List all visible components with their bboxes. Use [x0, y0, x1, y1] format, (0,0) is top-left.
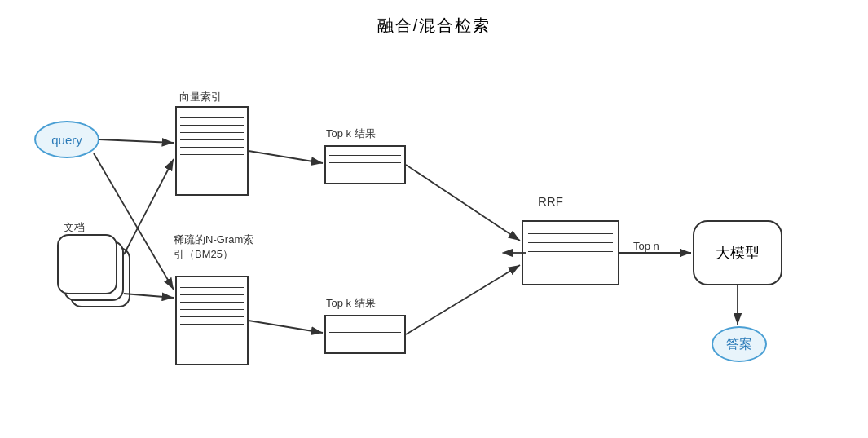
top-k-label-2: Top k 结果	[326, 296, 376, 311]
svg-line-9	[406, 265, 520, 334]
svg-line-7	[249, 321, 323, 333]
svg-line-8	[406, 165, 520, 241]
top-k-result-box-2	[324, 315, 406, 354]
answer-node: 答案	[712, 326, 767, 362]
diagram: 融合/混合检索 query 文档 向量索引 稀疏的N-Gram索引（BM25） …	[0, 0, 868, 438]
arrows-overlay	[0, 0, 868, 438]
top-k-label-1: Top k 结果	[326, 126, 376, 141]
svg-line-5	[124, 294, 174, 298]
page-title: 融合/混合检索	[0, 0, 868, 37]
query-node: query	[34, 121, 99, 158]
llm-box: 大模型	[693, 220, 782, 285]
query-label: query	[51, 133, 82, 147]
svg-line-6	[249, 151, 323, 163]
sparse-index-label: 稀疏的N-Gram索引（BM25）	[174, 232, 255, 262]
answer-label: 答案	[726, 336, 752, 353]
rrf-label: RRF	[538, 194, 563, 208]
rrf-box	[522, 220, 619, 285]
sparse-index-box	[175, 276, 249, 365]
top-k-result-box-1	[324, 145, 406, 184]
doc-label: 文档	[64, 220, 85, 235]
svg-line-4	[124, 159, 174, 254]
svg-line-2	[99, 139, 174, 143]
vector-index-label: 向量索引	[179, 90, 222, 104]
vector-index-box	[175, 106, 249, 196]
top-n-label: Top n	[633, 240, 659, 252]
doc-layer-front	[57, 234, 117, 294]
llm-label: 大模型	[716, 243, 760, 263]
